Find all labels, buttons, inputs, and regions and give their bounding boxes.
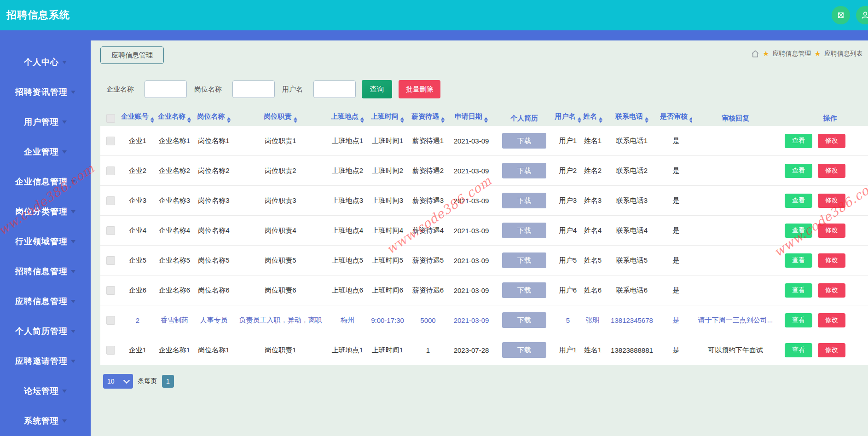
row-checkbox[interactable] bbox=[106, 256, 115, 265]
edit-button[interactable]: 修改 bbox=[818, 343, 845, 357]
sidebar-item-label: 用户管理 bbox=[24, 116, 59, 127]
download-button[interactable]: 下载 bbox=[502, 252, 546, 268]
view-button[interactable]: 查看 bbox=[785, 134, 812, 148]
col-header-label: 姓名 bbox=[583, 112, 597, 120]
sidebar-item-应聘信息管理[interactable]: 应聘信息管理 bbox=[0, 286, 91, 316]
col-header-date[interactable]: 申请日期 bbox=[448, 111, 494, 126]
user-button[interactable] bbox=[856, 6, 868, 24]
edit-button[interactable]: 修改 bbox=[818, 194, 845, 208]
breadcrumb-link[interactable]: 应聘信息列表 bbox=[824, 50, 863, 58]
search-form: 企业名称岗位名称用户名 查询 批量删除 bbox=[106, 80, 440, 98]
col-header-audited[interactable]: 是否审核 bbox=[660, 111, 692, 126]
sidebar-item-个人中心[interactable]: 个人中心 bbox=[0, 47, 91, 77]
page-number-button[interactable]: 1 bbox=[162, 375, 174, 388]
col-header-user[interactable]: 用户名 bbox=[554, 111, 582, 126]
cell-reply bbox=[692, 246, 779, 275]
cell-phone: 联系电话2 bbox=[604, 156, 660, 186]
row-checkbox[interactable] bbox=[106, 137, 115, 145]
col-header-phone[interactable]: 联系电话 bbox=[604, 111, 660, 126]
cell-place: 上班地点1 bbox=[328, 126, 367, 156]
col-header-job[interactable]: 岗位名称 bbox=[194, 111, 233, 126]
search-input-1[interactable] bbox=[232, 80, 275, 98]
cell-time: 上班时间2 bbox=[367, 156, 408, 186]
download-button[interactable]: 下载 bbox=[502, 163, 546, 178]
chevron-down-icon bbox=[62, 150, 67, 156]
cell-resume: 下载 bbox=[494, 186, 554, 216]
chevron-down-icon bbox=[62, 419, 67, 425]
breadcrumb-link[interactable]: 应聘信息管理 bbox=[772, 50, 811, 58]
view-button[interactable]: 查看 bbox=[785, 194, 812, 208]
col-header-salary[interactable]: 薪资待遇 bbox=[408, 111, 448, 126]
query-button[interactable]: 查询 bbox=[362, 80, 392, 98]
edit-button[interactable]: 修改 bbox=[818, 283, 845, 298]
col-header-place[interactable]: 上班地点 bbox=[328, 111, 367, 126]
cell-time: 上班时间1 bbox=[367, 126, 408, 156]
sidebar-item-个人简历管理[interactable]: 个人简历管理 bbox=[0, 316, 91, 346]
fullscreen-button[interactable] bbox=[832, 6, 850, 24]
sidebar-item-岗位分类管理[interactable]: 岗位分类管理 bbox=[0, 196, 91, 226]
download-button[interactable]: 下载 bbox=[502, 133, 546, 149]
view-button[interactable]: 查看 bbox=[785, 164, 812, 178]
cell-name: 姓名1 bbox=[582, 126, 604, 156]
cell-phone: 联系电话5 bbox=[604, 246, 660, 275]
edit-button[interactable]: 修改 bbox=[818, 164, 845, 178]
view-button[interactable]: 查看 bbox=[785, 313, 812, 327]
sort-icon bbox=[645, 115, 648, 125]
row-checkbox[interactable] bbox=[106, 346, 115, 355]
row-checkbox[interactable] bbox=[106, 166, 115, 175]
sidebar-item-应聘邀请管理[interactable]: 应聘邀请管理 bbox=[0, 346, 91, 376]
view-button[interactable]: 查看 bbox=[785, 283, 812, 298]
cell-date: 2021-03-09 bbox=[448, 246, 494, 275]
download-button[interactable]: 下载 bbox=[502, 282, 546, 298]
col-header-name[interactable]: 姓名 bbox=[582, 111, 604, 126]
cell-job: 岗位名称1 bbox=[194, 335, 233, 365]
sidebar-item-企业管理[interactable]: 企业管理 bbox=[0, 137, 91, 166]
select-all-checkbox[interactable] bbox=[106, 114, 115, 123]
row-checkbox[interactable] bbox=[106, 196, 115, 205]
row-checkbox[interactable] bbox=[106, 286, 115, 295]
cell-salary: 薪资待遇4 bbox=[408, 216, 448, 246]
chevron-down-icon bbox=[71, 91, 75, 96]
search-label-2: 用户名 bbox=[282, 85, 303, 94]
sidebar-item-招聘资讯管理[interactable]: 招聘资讯管理 bbox=[0, 77, 91, 107]
cell-place: 上班地点1 bbox=[328, 335, 367, 365]
cell-date: 2021-03-09 bbox=[448, 216, 494, 246]
edit-button[interactable]: 修改 bbox=[818, 313, 845, 327]
home-icon[interactable] bbox=[751, 50, 759, 58]
download-button[interactable]: 下载 bbox=[502, 342, 546, 358]
cell-check bbox=[100, 275, 121, 305]
sidebar-item-招聘信息管理[interactable]: 招聘信息管理 bbox=[0, 256, 91, 286]
row-checkbox[interactable] bbox=[106, 316, 115, 325]
search-fields: 企业名称岗位名称用户名 bbox=[106, 80, 363, 98]
col-header-account[interactable]: 企业账号 bbox=[121, 111, 155, 126]
cell-audited: 是 bbox=[660, 305, 692, 335]
view-button[interactable]: 查看 bbox=[785, 253, 812, 268]
download-button[interactable]: 下载 bbox=[502, 223, 546, 238]
download-button[interactable]: 下载 bbox=[502, 312, 546, 328]
sidebar-item-系统管理[interactable]: 系统管理 bbox=[0, 406, 91, 436]
col-header-duty[interactable]: 岗位职责 bbox=[233, 111, 328, 126]
batch-delete-button[interactable]: 批量删除 bbox=[399, 80, 440, 98]
tab-application-info[interactable]: 应聘信息管理 bbox=[100, 46, 164, 64]
cell-date: 2021-03-09 bbox=[448, 126, 494, 156]
row-checkbox[interactable] bbox=[106, 226, 115, 235]
sidebar-item-行业领域管理[interactable]: 行业领域管理 bbox=[0, 226, 91, 256]
edit-button[interactable]: 修改 bbox=[818, 134, 845, 148]
search-input-2[interactable] bbox=[313, 80, 356, 98]
view-button[interactable]: 查看 bbox=[785, 224, 812, 238]
chevron-down-icon bbox=[62, 61, 67, 66]
sidebar-item-论坛管理[interactable]: 论坛管理 bbox=[0, 376, 91, 406]
page-size-select[interactable]: 10 bbox=[103, 374, 133, 389]
sidebar-item-用户管理[interactable]: 用户管理 bbox=[0, 107, 91, 137]
cell-user: 用户2 bbox=[554, 156, 582, 186]
cell-account: 企业3 bbox=[121, 186, 155, 216]
search-input-0[interactable] bbox=[145, 80, 187, 98]
col-header-time[interactable]: 上班时间 bbox=[367, 111, 408, 126]
sidebar-item-企业信息管理[interactable]: 企业信息管理 bbox=[0, 166, 91, 196]
edit-button[interactable]: 修改 bbox=[818, 253, 845, 268]
view-button[interactable]: 查看 bbox=[785, 343, 812, 357]
download-button[interactable]: 下载 bbox=[502, 193, 546, 208]
col-header-company[interactable]: 企业名称 bbox=[155, 111, 194, 126]
edit-button[interactable]: 修改 bbox=[818, 224, 845, 238]
cell-salary: 薪资待遇6 bbox=[408, 275, 448, 305]
